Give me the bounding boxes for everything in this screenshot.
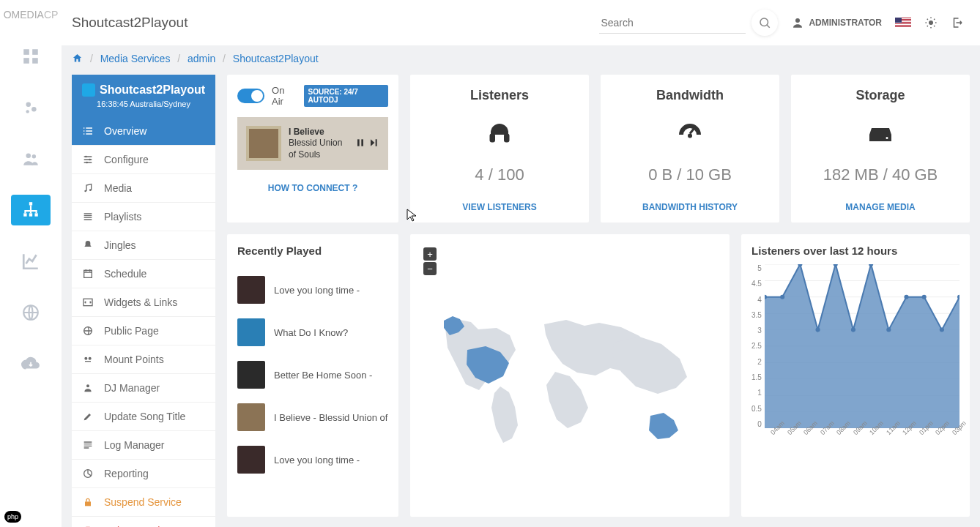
map-zoom-in[interactable]: + (423, 247, 437, 261)
breadcrumb: / Media Services / admin / Shoutcast2Pla… (62, 45, 980, 64)
bandwidth-value: 0 B / 10 GB (648, 165, 732, 184)
recently-played-card: Recently Played Love you long time -What… (227, 234, 398, 517)
svc-item-dj-manager[interactable]: DJ Manager (72, 373, 215, 402)
listeners-value: 4 / 100 (475, 165, 524, 184)
world-map[interactable] (431, 299, 709, 452)
recent-thumb (237, 318, 265, 346)
svg-point-36 (886, 137, 888, 139)
svc-item-jingles[interactable]: Jingles (72, 231, 215, 259)
service-time: 16:38:45 Australia/Sydney (82, 100, 205, 108)
svg-point-19 (86, 162, 88, 164)
bandwidth-card: Bandwidth 0 B / 10 GB BANDWIDTH HISTORY (601, 75, 779, 223)
svg-rect-11 (29, 213, 32, 216)
album-art (246, 126, 281, 161)
track-artist: Blessid Union of Souls (289, 138, 347, 160)
gauge-icon (674, 119, 706, 148)
svg-rect-12 (34, 213, 37, 216)
storage-icon (864, 119, 897, 148)
php-badge: php (4, 511, 21, 523)
topbar: Shoutcast2Playout ADMINISTRATOR (62, 0, 980, 45)
svg-point-21 (89, 189, 92, 191)
onair-label: On Air (272, 85, 296, 107)
crumb-admin[interactable]: admin (188, 53, 215, 64)
svg-rect-22 (84, 270, 92, 277)
logout-icon[interactable] (951, 16, 964, 29)
view-listeners-link[interactable]: VIEW LISTENERS (462, 202, 536, 212)
crumb-home[interactable] (72, 53, 83, 64)
recently-played-title: Recently Played (237, 244, 388, 257)
svg-rect-9 (29, 202, 32, 205)
svc-item-delete-service[interactable]: Delete Service (72, 516, 215, 527)
map-region-au[interactable] (649, 413, 678, 439)
nav-analytics-icon[interactable] (11, 246, 51, 277)
bandwidth-history-link[interactable]: BANDWIDTH HISTORY (642, 202, 738, 212)
svc-item-suspend-service[interactable]: Suspend Service (72, 487, 215, 516)
svg-point-58 (940, 328, 944, 332)
svg-point-4 (26, 102, 31, 107)
service-menu: Shoutcast2Playout 16:38:45 Australia/Syd… (72, 75, 215, 517)
brand-logo[interactable]: OMEDIACP (4, 9, 59, 20)
svg-point-7 (26, 153, 31, 158)
svc-item-mount-points[interactable]: Mount Points (72, 345, 215, 373)
crumb-media-services[interactable]: Media Services (100, 53, 171, 64)
now-playing: I Believe Blessid Union of Souls (237, 117, 388, 170)
track-title: I Believe (289, 127, 347, 138)
svg-point-27 (86, 384, 89, 387)
svc-item-reporting[interactable]: Reporting (72, 459, 215, 487)
nav-services-icon[interactable] (11, 195, 51, 225)
recent-thumb (237, 403, 265, 431)
svg-point-57 (922, 295, 927, 299)
svg-point-49 (780, 295, 784, 299)
nav-globe-icon[interactable] (11, 297, 51, 328)
recent-item[interactable]: Better Be Home Soon - (237, 354, 388, 396)
theme-toggle-icon[interactable] (924, 16, 938, 29)
recent-item[interactable]: Love you long time - (237, 438, 388, 481)
map-zoom-out[interactable]: − (423, 262, 437, 275)
nav-settings-icon[interactable] (11, 92, 51, 123)
crumb-current[interactable]: Shoutcast2Playout (233, 53, 319, 64)
svg-rect-1 (32, 49, 38, 55)
headphones-icon (483, 119, 516, 148)
svc-item-update-song-title[interactable]: Update Song Title (72, 402, 215, 430)
svc-item-public-page[interactable]: Public Page (72, 316, 215, 345)
svg-point-14 (760, 18, 768, 26)
recent-item[interactable]: What Do I Know? (237, 311, 388, 354)
manage-media-link[interactable]: MANAGE MEDIA (845, 202, 915, 212)
svg-point-55 (886, 328, 891, 332)
recent-item[interactable]: I Believe - Blessid Union of (237, 396, 388, 438)
svc-item-widgets-links[interactable]: Widgets & Links (72, 288, 215, 316)
svg-rect-2 (23, 58, 29, 64)
svg-point-59 (957, 295, 959, 299)
next-icon[interactable] (368, 137, 379, 151)
recent-item[interactable]: Love you long time - (237, 269, 388, 311)
nav-dashboard-icon[interactable] (11, 41, 51, 72)
page-title: Shoutcast2Playout (72, 15, 188, 31)
svc-item-schedule[interactable]: Schedule (72, 259, 215, 288)
nav-users-icon[interactable] (11, 143, 51, 174)
recent-thumb (237, 446, 265, 474)
svg-point-17 (85, 156, 87, 158)
search-input[interactable] (599, 12, 746, 34)
svg-point-8 (32, 154, 36, 158)
iconbar: OMEDIACP (0, 0, 62, 527)
svc-item-media[interactable]: Media (72, 173, 215, 202)
recent-thumb (237, 361, 265, 389)
service-header: Shoutcast2Playout 16:38:45 Australia/Syd… (72, 75, 215, 117)
svc-item-log-manager[interactable]: Log Manager (72, 430, 215, 459)
svc-item-configure[interactable]: Configure (72, 145, 215, 173)
pause-icon[interactable] (354, 137, 366, 151)
listeners-chart[interactable] (765, 264, 959, 428)
onair-toggle[interactable] (237, 89, 264, 103)
admin-menu[interactable]: ADMINISTRATOR (791, 16, 882, 29)
svg-rect-29 (85, 501, 91, 506)
svc-item-playlists[interactable]: Playlists (72, 202, 215, 231)
svg-point-26 (89, 357, 92, 360)
svg-point-54 (869, 264, 873, 266)
search-button[interactable] (751, 10, 778, 36)
nav-download-icon[interactable] (11, 348, 51, 379)
flag-us-icon[interactable] (895, 18, 911, 28)
svc-item-overview[interactable]: Overview (72, 117, 215, 145)
how-to-connect-link[interactable]: HOW TO CONNECT ? (237, 180, 388, 193)
listeners-card: Listeners 4 / 100 VIEW LISTENERS (410, 75, 589, 223)
svg-point-34 (688, 134, 692, 138)
